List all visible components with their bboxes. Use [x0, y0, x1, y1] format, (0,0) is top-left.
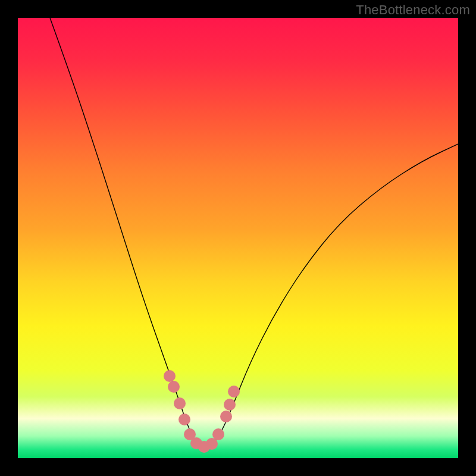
curve-marker — [220, 411, 232, 422]
curve-marker — [224, 399, 236, 411]
curve-marker — [212, 428, 224, 440]
curve-layer — [18, 18, 458, 458]
chart-frame: TheBottleneck.com — [0, 0, 476, 476]
curve-marker — [174, 397, 186, 409]
marker-group — [164, 370, 240, 453]
curve-marker — [164, 370, 176, 382]
plot-area — [18, 18, 458, 458]
watermark-text: TheBottleneck.com — [356, 2, 470, 18]
curve-marker — [178, 414, 190, 425]
bottleneck-curve — [50, 18, 458, 446]
curve-marker — [168, 381, 180, 393]
curve-marker — [228, 386, 240, 397]
